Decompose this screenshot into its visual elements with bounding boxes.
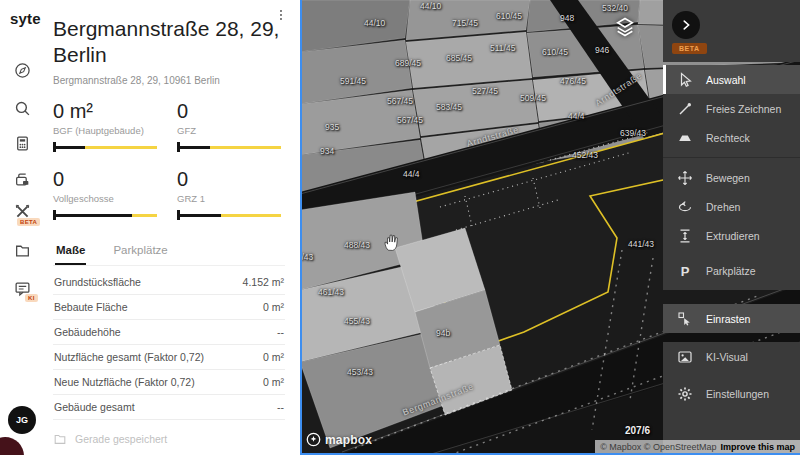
metrics-grid: 0 m² BGF (Hauptgebäude) 0 GFZ 0 Vollgesc… xyxy=(53,100,285,220)
metric-slider[interactable] xyxy=(177,142,285,152)
map-focus-outline-left xyxy=(300,0,302,455)
metric-vollgeschosse: 0 Vollgeschosse xyxy=(53,168,161,220)
page-subtitle: Bergmannstraße 28, 29, 10961 Berlin xyxy=(53,75,285,86)
folder-icon[interactable] xyxy=(14,242,34,262)
table-row: Gebäudehöhe -- xyxy=(53,320,285,345)
improve-map-link[interactable]: Improve this map xyxy=(720,442,795,452)
compass-icon[interactable] xyxy=(14,62,34,82)
table-row: Bebaute Fläche 0 m² xyxy=(53,295,285,320)
metric-slider[interactable] xyxy=(177,210,285,220)
image-icon xyxy=(677,349,693,365)
layers-icon[interactable] xyxy=(614,16,636,38)
mapbox-wordmark: mapbox xyxy=(325,433,372,447)
tool-item-freies-zeichnen[interactable]: Freies Zeichnen xyxy=(663,94,800,123)
tool-item-bewegen[interactable]: Bewegen xyxy=(663,163,800,192)
measurements-table: Grundstücksfläche 4.152 m² Bebaute Fläch… xyxy=(53,270,285,420)
metric-slider[interactable] xyxy=(53,142,161,152)
row-label: Nutzfläche gesamt (Faktor 0,72) xyxy=(54,351,204,363)
tool-label: Drehen xyxy=(706,201,740,213)
metric-value: 0 xyxy=(177,100,285,123)
tool-label: Extrudieren xyxy=(706,230,760,242)
metric-label: BGF (Hauptgebäude) xyxy=(53,125,161,136)
spacer xyxy=(663,371,800,379)
parking-icon: P xyxy=(677,263,693,279)
metric-label: GRZ 1 xyxy=(177,193,285,204)
table-row: Grundstücksfläche 4.152 m² xyxy=(53,270,285,295)
row-label: Gebäude gesamt xyxy=(54,401,135,413)
tool-panel-header: BETA xyxy=(663,0,800,62)
tool-item-einstellungen[interactable]: Einstellungen xyxy=(663,379,800,408)
row-label: Grundstücksfläche xyxy=(54,276,141,288)
save-status: Gerade gespeichert xyxy=(53,432,285,446)
divider xyxy=(663,157,800,158)
tool-group-settings: KI-Visual Einstellungen xyxy=(663,342,800,455)
snap-icon xyxy=(677,311,693,327)
row-value: 0 m² xyxy=(263,376,284,388)
metric-grz: 0 GRZ 1 xyxy=(177,168,285,220)
tool-label: Bewegen xyxy=(706,172,750,184)
gear-icon xyxy=(677,386,693,402)
collapse-panel-button[interactable] xyxy=(672,11,700,39)
permit-icon[interactable] xyxy=(14,171,34,191)
metric-value: 0 xyxy=(53,168,161,191)
mapbox-logo[interactable]: mapbox xyxy=(306,432,372,447)
kebab-menu-icon[interactable] xyxy=(274,8,290,24)
tool-label: Einrasten xyxy=(706,313,750,325)
metric-value: 0 m² xyxy=(53,100,161,123)
tool-label: Freies Zeichnen xyxy=(706,103,781,115)
property-panel: Bergmannstraße 28, 29, Berlin Bergmannst… xyxy=(48,0,300,455)
tool-item-einrasten[interactable]: Einrasten xyxy=(663,304,800,333)
map-attribution: © Mapbox © OpenStreetMap Improve this ma… xyxy=(595,440,800,453)
row-value: 0 m² xyxy=(263,351,284,363)
tool-group-snap: Einrasten xyxy=(663,304,800,333)
avatar[interactable]: JG xyxy=(8,406,36,434)
row-value: 0 m² xyxy=(263,301,284,313)
attribution-text: © Mapbox © OpenStreetMap xyxy=(600,442,716,452)
metric-value: 0 xyxy=(177,168,285,191)
metric-label: GFZ xyxy=(177,125,285,136)
tab-bar: Maße Parkplätze xyxy=(53,238,285,266)
tool-item-rechteck[interactable]: Rechteck xyxy=(663,123,800,152)
tool-label: Parkplätze xyxy=(706,265,756,277)
tool-item-ki-visual[interactable]: KI-Visual xyxy=(663,342,800,371)
tools-beta-badge: BETA xyxy=(17,218,40,226)
metric-slider[interactable] xyxy=(53,210,161,220)
table-row: Neue Nutzfläche (Faktor 0,72) 0 m² xyxy=(53,370,285,395)
chat-ki-badge: KI xyxy=(25,294,38,302)
extrude-icon xyxy=(677,228,693,244)
row-label: Bebaute Fläche xyxy=(54,301,128,313)
icon-rail: syte BETA KI JG xyxy=(0,0,48,455)
row-value: -- xyxy=(277,326,284,338)
pencil-line-icon xyxy=(677,101,693,117)
search-icon[interactable] xyxy=(14,100,34,120)
corner-decoration xyxy=(0,437,24,455)
tab-masse[interactable]: Maße xyxy=(55,238,86,265)
tool-item-parkplaetze[interactable]: P Parkplätze xyxy=(663,256,800,285)
metric-label: Vollgeschosse xyxy=(53,193,161,204)
app-logo[interactable]: syte xyxy=(10,10,41,27)
folder-icon xyxy=(53,432,67,446)
row-value: 4.152 m² xyxy=(243,276,284,288)
mapbox-icon xyxy=(306,432,321,447)
metric-bgf: 0 m² BGF (Hauptgebäude) xyxy=(53,100,161,152)
svg-text:P: P xyxy=(681,263,690,278)
active-indicator xyxy=(663,65,666,94)
calculator-icon[interactable] xyxy=(14,135,34,155)
tool-item-drehen[interactable]: Drehen xyxy=(663,192,800,221)
tool-panel: BETA Auswahl Freies Zeichnen Rechteck xyxy=(663,0,800,455)
tool-group-main: Auswahl Freies Zeichnen Rechteck Bewegen xyxy=(663,65,800,290)
table-row: Gebäude gesamt -- xyxy=(53,395,285,420)
metric-gfz: 0 GFZ xyxy=(177,100,285,152)
pointer-icon xyxy=(677,72,693,88)
tool-label: Einstellungen xyxy=(706,388,769,400)
tool-label: KI-Visual xyxy=(706,351,748,363)
row-value: -- xyxy=(277,401,284,413)
tool-item-extrudieren[interactable]: Extrudieren xyxy=(663,221,800,250)
page-title: Bergmannstraße 28, 29, Berlin xyxy=(53,16,291,68)
tab-parkplaetze[interactable]: Parkplätze xyxy=(112,238,168,265)
tool-item-auswahl[interactable]: Auswahl xyxy=(663,65,800,94)
move-icon xyxy=(677,170,693,186)
app-window: 44/1044/10715/45610/45948532/40689/45685… xyxy=(0,0,800,455)
tool-label: Rechteck xyxy=(706,132,750,144)
save-status-text: Gerade gespeichert xyxy=(75,433,167,445)
